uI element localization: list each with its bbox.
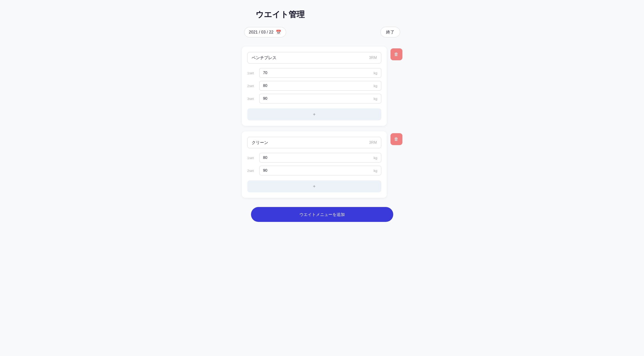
exercise-name-bench-press: ベンチプレス: [252, 55, 276, 60]
date-button[interactable]: 2021 / 03 / 22 📅: [244, 27, 286, 37]
end-button[interactable]: 終了: [380, 27, 400, 37]
set-label-clean-2: 2set: [247, 169, 256, 173]
weight-unit-clean-2: kg: [374, 169, 377, 173]
weight-input-clean-1[interactable]: [263, 155, 374, 160]
set-row-clean-1: 1set kg: [247, 153, 381, 163]
trash-icon-bench-press: 🗑: [394, 52, 398, 57]
exercise-name-clean: クリーン: [252, 140, 268, 145]
exercise-header-clean: クリーン 3RM: [247, 137, 381, 148]
weight-input-clean-2[interactable]: [263, 168, 374, 173]
rm-badge-clean: 3RM: [369, 140, 377, 145]
header-row: 2021 / 03 / 22 📅 終了: [242, 27, 402, 37]
weight-input-bench-3[interactable]: [263, 96, 374, 101]
add-set-button-clean[interactable]: +: [247, 180, 381, 192]
set-row-bench-press-1: 1set kg: [247, 68, 381, 78]
weight-unit-1: kg: [374, 71, 377, 75]
delete-button-bench-press[interactable]: 🗑: [390, 48, 402, 60]
exercise-section-clean: クリーン 3RM 1set kg 2set kg + 🗑: [242, 131, 402, 198]
trash-icon-clean: 🗑: [394, 137, 398, 142]
set-label-clean-1: 1set: [247, 156, 256, 160]
weight-unit-2: kg: [374, 84, 377, 88]
calendar-icon: 📅: [276, 29, 281, 35]
weight-unit-clean-1: kg: [374, 156, 377, 160]
weight-input-wrapper-2: kg: [259, 81, 381, 90]
weight-input-wrapper-clean-1: kg: [259, 153, 381, 163]
add-menu-button[interactable]: ウエイトメニューを追加: [251, 207, 393, 222]
weight-input-bench-2[interactable]: [263, 83, 374, 88]
weight-input-wrapper-1: kg: [259, 68, 381, 78]
rm-badge-bench-press: 3RM: [369, 56, 377, 60]
weight-input-wrapper-clean-2: kg: [259, 166, 381, 175]
exercise-section-bench-press: ベンチプレス 3RM 1set kg 2set kg 3set: [242, 46, 402, 126]
delete-button-clean[interactable]: 🗑: [390, 133, 402, 145]
add-set-button-bench-press[interactable]: +: [247, 108, 381, 120]
set-row-bench-press-2: 2set kg: [247, 81, 381, 90]
page-title: ウエイト管理: [256, 9, 305, 20]
set-label-1: 1set: [247, 71, 256, 75]
page-container: ウエイト管理 2021 / 03 / 22 📅 終了 ベンチプレス 3RM 1s…: [242, 9, 402, 333]
weight-input-bench-1[interactable]: [263, 71, 374, 75]
weight-unit-3: kg: [374, 97, 377, 101]
set-row-clean-2: 2set kg: [247, 166, 381, 175]
exercise-header-bench-press: ベンチプレス 3RM: [247, 52, 381, 63]
set-label-2: 2set: [247, 84, 256, 88]
weight-input-wrapper-3: kg: [259, 94, 381, 103]
exercise-card-clean: クリーン 3RM 1set kg 2set kg +: [242, 131, 387, 198]
set-row-bench-press-3: 3set kg: [247, 94, 381, 103]
date-text: 2021 / 03 / 22: [249, 30, 274, 35]
set-label-3: 3set: [247, 97, 256, 101]
exercise-card-bench-press: ベンチプレス 3RM 1set kg 2set kg 3set: [242, 46, 387, 126]
